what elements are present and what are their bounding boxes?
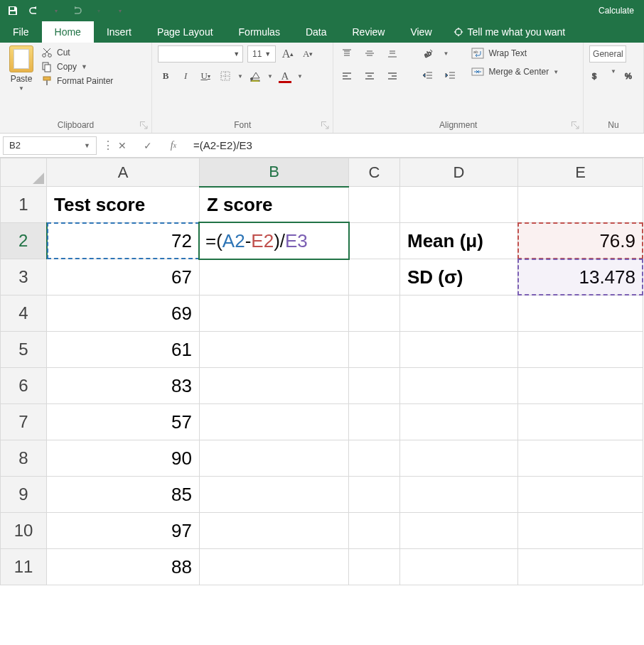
redo-icon[interactable] <box>71 5 82 16</box>
cell-D2[interactable]: Mean (μ) <box>400 223 518 259</box>
tab-file[interactable]: File <box>0 21 42 43</box>
cell-B2-editor[interactable]: =(A2-E2)/E3 <box>198 222 350 260</box>
decrease-indent-icon[interactable] <box>420 68 436 84</box>
cell-D5[interactable] <box>400 332 518 368</box>
decrease-font-icon[interactable]: A▾ <box>300 46 316 62</box>
cell-A10[interactable]: 97 <box>47 513 200 549</box>
increase-font-icon[interactable]: A▴ <box>280 46 296 62</box>
cell-D6[interactable] <box>400 368 518 404</box>
cell-D11[interactable] <box>400 549 518 585</box>
cell-A5[interactable]: 61 <box>47 332 200 368</box>
accounting-format-icon[interactable]: $ <box>589 68 605 84</box>
cell-B11[interactable] <box>200 549 349 585</box>
cell-C2[interactable] <box>349 223 400 259</box>
cell-D10[interactable] <box>400 513 518 549</box>
formula-input[interactable]: =(A2-E2)/E3 <box>186 139 644 151</box>
cell-C3[interactable] <box>349 259 400 296</box>
cell-E11[interactable] <box>518 549 643 585</box>
cell-A3[interactable]: 67 <box>47 259 200 296</box>
cell-E1[interactable] <box>518 187 643 223</box>
cell-C10[interactable] <box>349 513 400 549</box>
clipboard-dialog-launcher-icon[interactable] <box>139 120 149 130</box>
cell-E7[interactable] <box>518 404 643 440</box>
cell-A8[interactable]: 90 <box>47 440 200 477</box>
align-bottom-icon[interactable] <box>385 45 400 61</box>
col-header-C[interactable]: C <box>349 158 400 187</box>
italic-button[interactable]: I <box>178 68 193 84</box>
cell-B3[interactable] <box>200 259 349 296</box>
cell-D7[interactable] <box>400 404 518 440</box>
align-middle-icon[interactable] <box>362 45 377 61</box>
cell-A9[interactable]: 85 <box>47 477 200 513</box>
col-header-B[interactable]: B <box>200 158 349 187</box>
font-name-combo[interactable]: ▼ <box>158 45 243 63</box>
font-size-combo[interactable]: 11▼ <box>247 45 276 63</box>
cell-E3[interactable]: 13.478 <box>518 259 643 296</box>
cell-C4[interactable] <box>349 296 400 332</box>
cell-D9[interactable] <box>400 477 518 513</box>
cell-D8[interactable] <box>400 440 518 477</box>
cell-A11[interactable]: 88 <box>47 549 200 585</box>
cell-B5[interactable] <box>200 332 349 368</box>
cell-D3[interactable]: SD (σ) <box>400 259 518 296</box>
tab-insert[interactable]: Insert <box>94 21 144 43</box>
cell-E8[interactable] <box>518 440 643 477</box>
fill-color-button[interactable] <box>247 68 263 84</box>
spreadsheet-grid[interactable]: A B C D E 1 Test score Z score 2 72 =(A2… <box>0 158 644 645</box>
cell-B8[interactable] <box>200 440 349 477</box>
number-format-combo[interactable]: General <box>589 45 626 63</box>
cell-C7[interactable] <box>349 404 400 440</box>
row-header-11[interactable]: 11 <box>1 549 47 585</box>
row-header-6[interactable]: 6 <box>1 368 47 404</box>
row-header-5[interactable]: 5 <box>1 332 47 368</box>
cell-C8[interactable] <box>349 440 400 477</box>
cell-E2[interactable]: 76.9 <box>518 223 643 259</box>
cell-C1[interactable] <box>349 187 400 223</box>
cell-B6[interactable] <box>200 368 349 404</box>
alignment-dialog-launcher-icon[interactable] <box>570 120 580 130</box>
tab-view[interactable]: View <box>397 21 444 43</box>
cell-E10[interactable] <box>518 513 643 549</box>
orientation-icon[interactable]: ab <box>420 45 436 61</box>
align-right-icon[interactable] <box>385 68 400 84</box>
tell-me[interactable]: Tell me what you want <box>445 21 574 43</box>
cell-B1[interactable]: Z score <box>200 187 349 223</box>
cell-E9[interactable] <box>518 477 643 513</box>
row-header-9[interactable]: 9 <box>1 477 47 513</box>
wrap-text-button[interactable]: ab Wrap Text <box>471 47 559 60</box>
col-header-E[interactable]: E <box>518 158 643 187</box>
insert-function-icon[interactable]: fx <box>161 136 186 155</box>
row-header-2[interactable]: 2 <box>1 223 47 259</box>
cut-button[interactable]: Cut <box>41 47 113 58</box>
cell-B2[interactable]: =(A2-E2)/E3 <box>200 223 349 259</box>
cell-B9[interactable] <box>200 477 349 513</box>
bold-button[interactable]: B <box>158 68 173 84</box>
align-left-icon[interactable] <box>339 68 355 84</box>
increase-indent-icon[interactable] <box>443 68 458 84</box>
paste-button[interactable]: Paste ▼ <box>6 45 37 117</box>
cell-A6[interactable]: 83 <box>47 368 200 404</box>
tab-home[interactable]: Home <box>42 21 94 43</box>
borders-button[interactable] <box>218 68 233 84</box>
percent-format-icon[interactable]: % <box>622 68 638 84</box>
cell-A1[interactable]: Test score <box>47 187 200 223</box>
cell-D1[interactable] <box>400 187 518 223</box>
cell-B4[interactable] <box>200 296 349 332</box>
col-header-A[interactable]: A <box>47 158 200 187</box>
merge-center-button[interactable]: Merge & Center ▼ <box>471 65 559 78</box>
tab-data[interactable]: Data <box>293 21 340 43</box>
cell-A2[interactable]: 72 <box>47 223 200 259</box>
cell-C6[interactable] <box>349 368 400 404</box>
cell-E4[interactable] <box>518 296 643 332</box>
row-header-3[interactable]: 3 <box>1 259 47 296</box>
enter-formula-icon[interactable]: ✓ <box>135 136 161 155</box>
cell-E6[interactable] <box>518 368 643 404</box>
row-header-7[interactable]: 7 <box>1 404 47 440</box>
cell-C5[interactable] <box>349 332 400 368</box>
row-header-4[interactable]: 4 <box>1 296 47 332</box>
redo-dropdown-icon[interactable] <box>92 5 104 16</box>
font-color-button[interactable]: A <box>277 68 293 84</box>
tab-formulas[interactable]: Formulas <box>226 21 293 43</box>
cancel-formula-icon[interactable]: ✕ <box>109 136 135 155</box>
cell-B7[interactable] <box>200 404 349 440</box>
